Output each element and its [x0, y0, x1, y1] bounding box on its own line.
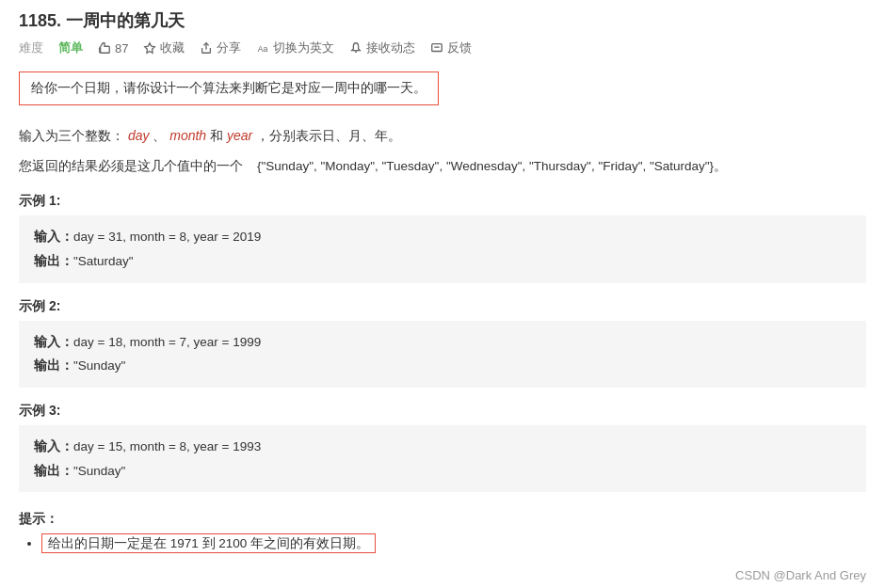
return-description: 您返回的结果必须是这几个值中的一个 {"Sunday", "Monday", "…	[19, 155, 866, 178]
page-title: 1185. 一周中的第几天	[19, 9, 866, 32]
input-keyword-month: month	[169, 128, 206, 143]
example-2-output-value: "Sunday"	[73, 358, 125, 373]
bell-icon	[349, 41, 362, 55]
example-3-box: 输入：day = 15, month = 8, year = 1993 输出："…	[19, 425, 866, 492]
hint-item-1: 给出的日期一定是在 1971 到 2100 年之间的有效日期。	[41, 535, 866, 552]
example-1-output-value: "Saturday"	[73, 254, 134, 268]
input-description: 输入为三个整数： day 、 month 和 year ，分别表示日、月、年。	[19, 124, 866, 148]
difficulty-label: 难度	[19, 40, 43, 56]
example-3-output-value: "Sunday"	[73, 464, 125, 478]
description-highlight: 给你一个日期，请你设计一个算法来判断它是对应一周中的哪一天。	[31, 80, 426, 95]
hint-list: 给出的日期一定是在 1971 到 2100 年之间的有效日期。	[19, 535, 866, 552]
hint-title: 提示：	[19, 511, 866, 528]
input-keyword-year: year	[227, 128, 252, 143]
notify-label: 接收动态	[366, 40, 415, 56]
hint-item-1-text: 给出的日期一定是在 1971 到 2100 年之间的有效日期。	[41, 533, 376, 553]
input-keyword-day: day	[128, 128, 153, 143]
content-area: 给你一个日期，请你设计一个算法来判断它是对应一周中的哪一天。 输入为三个整数： …	[19, 72, 866, 552]
svg-text:Aa: Aa	[258, 44, 268, 54]
example-1-input: 输入：day = 31, month = 8, year = 2019	[34, 225, 851, 249]
example-3-input-value: day = 15, month = 8, year = 1993	[73, 439, 261, 453]
example-2-input: 输入：day = 18, month = 7, year = 1999	[34, 330, 851, 355]
example-1-box: 输入：day = 31, month = 8, year = 2019 输出："…	[19, 215, 866, 282]
return-desc-text: 您返回的结果必须是这几个值中的一个	[19, 159, 243, 173]
feedback-button[interactable]: 反馈	[430, 40, 472, 56]
feedback-label: 反馈	[447, 40, 472, 56]
watermark: CSDN @Dark And Grey	[735, 568, 866, 582]
translate-icon: Aa	[256, 41, 269, 55]
example-3-input: 输入：day = 15, month = 8, year = 1993	[34, 435, 851, 459]
difficulty-value[interactable]: 简单	[58, 40, 83, 56]
share-icon	[200, 41, 213, 55]
example-3-title: 示例 3:	[19, 403, 866, 420]
example-2-output: 输出："Sunday"	[34, 354, 851, 378]
switch-label: 切换为英文	[273, 40, 334, 56]
example-1-input-value: day = 31, month = 8, year = 2019	[73, 230, 261, 244]
notify-button[interactable]: 接收动态	[349, 40, 415, 56]
example-2-input-value: day = 18, month = 7, year = 1999	[73, 335, 261, 349]
svg-marker-1	[145, 43, 155, 54]
switch-button[interactable]: Aa 切换为英文	[256, 40, 334, 56]
thumbs-count: 87	[115, 41, 128, 56]
example-2-title: 示例 2:	[19, 298, 866, 315]
collect-label: 收藏	[160, 40, 185, 56]
description-highlight-box: 给你一个日期，请你设计一个算法来判断它是对应一周中的哪一天。	[19, 72, 439, 105]
example-3-output: 输出："Sunday"	[34, 459, 851, 484]
example-1-output: 输出："Saturday"	[34, 249, 851, 274]
hint-section: 提示： 给出的日期一定是在 1971 到 2100 年之间的有效日期。	[19, 511, 866, 552]
input-desc-text: 输入为三个整数：	[19, 128, 124, 143]
collect-button[interactable]: 收藏	[143, 40, 185, 56]
example-2-box: 输入：day = 18, month = 7, year = 1999 输出："…	[19, 321, 866, 388]
thumbs-button[interactable]: 87	[98, 41, 128, 56]
example-1-title: 示例 1:	[19, 193, 866, 210]
return-values-text: {"Sunday", "Monday", "Tuesday", "Wednesd…	[257, 159, 727, 173]
share-label: 分享	[217, 40, 241, 56]
star-icon	[143, 41, 156, 55]
thumbs-icon	[98, 41, 111, 55]
feedback-icon	[430, 41, 443, 55]
share-button[interactable]: 分享	[200, 40, 241, 56]
toolbar: 难度 简单 87 收藏 分享 Aa 切	[19, 40, 866, 56]
